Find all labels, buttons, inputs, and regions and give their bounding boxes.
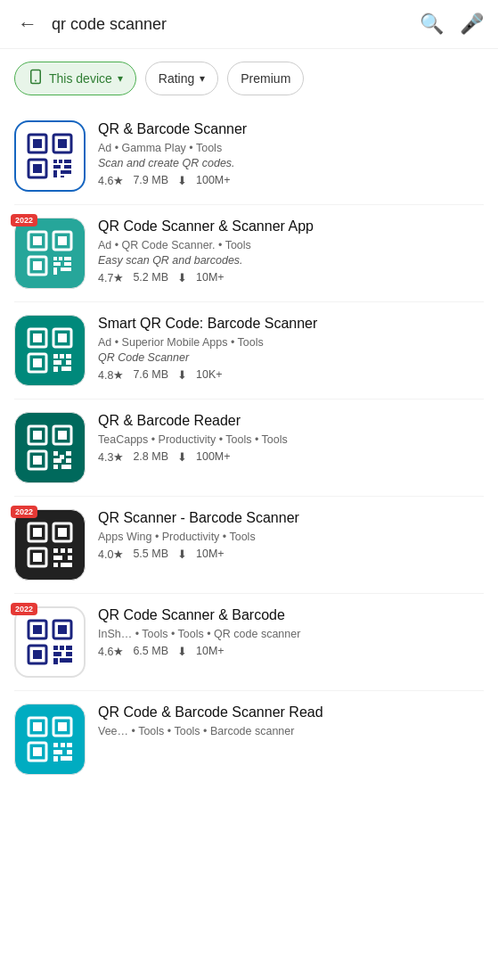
- app-icon: [14, 704, 86, 775]
- app-desc: Scan and create QR codes.: [98, 157, 484, 169]
- size: 7.6 MB: [133, 368, 168, 381]
- svg-rect-12: [64, 165, 71, 169]
- svg-rect-5: [58, 139, 67, 148]
- svg-rect-8: [53, 160, 57, 163]
- size: 7.9 MB: [133, 174, 168, 186]
- svg-rect-84: [58, 722, 67, 731]
- svg-rect-71: [58, 625, 67, 634]
- svg-rect-30: [33, 334, 42, 342]
- filter-bar: This device ▾ Rating ▾ Premium: [0, 49, 498, 108]
- app-icon-wrap: [14, 120, 86, 192]
- search-icon[interactable]: 🔍: [420, 12, 444, 36]
- svg-rect-13: [53, 170, 57, 177]
- search-query[interactable]: qr code scanner: [52, 15, 409, 34]
- svg-rect-60: [33, 553, 42, 562]
- svg-rect-80: [60, 658, 72, 663]
- download-icon: ⬇: [177, 450, 187, 464]
- svg-rect-50: [66, 451, 71, 456]
- svg-rect-93: [61, 756, 72, 761]
- rating: 4.3★: [98, 450, 124, 464]
- badge-2022: 2022: [11, 603, 37, 615]
- filter-this-device[interactable]: This device ▾: [14, 62, 136, 95]
- mic-icon[interactable]: 🎤: [460, 12, 484, 36]
- rating: 4.7★: [98, 271, 124, 284]
- downloads: 10M+: [196, 645, 225, 657]
- app-meta: Ad • Superior Mobile Apps • Tools: [98, 336, 484, 349]
- list-item[interactable]: QR & Barcode Scanner Ad • Gamma Play • T…: [14, 108, 484, 205]
- size: 6.5 MB: [133, 645, 168, 657]
- downloads: 100M+: [196, 450, 231, 463]
- svg-rect-69: [33, 625, 42, 634]
- app-info: QR Code & Barcode Scanner Read Vee… • To…: [98, 704, 484, 737]
- svg-rect-56: [33, 528, 42, 537]
- svg-rect-45: [58, 431, 67, 440]
- svg-rect-61: [53, 548, 58, 553]
- rating: 4.8★: [98, 368, 124, 382]
- svg-rect-9: [59, 160, 62, 163]
- svg-rect-41: [61, 366, 71, 371]
- list-item[interactable]: Smart QR Code: Barcode Scanner Ad • Supe…: [14, 302, 484, 399]
- app-meta: Apps Wing • Productivity • Tools: [98, 531, 484, 543]
- svg-rect-10: [64, 160, 71, 163]
- svg-rect-32: [58, 334, 67, 342]
- downloads: 10M+: [196, 548, 225, 560]
- filter-rating[interactable]: Rating ▾: [145, 62, 218, 95]
- device-icon: [28, 69, 44, 88]
- back-button[interactable]: ←: [14, 9, 41, 39]
- svg-rect-15: [61, 176, 64, 177]
- svg-rect-76: [66, 646, 72, 650]
- svg-rect-75: [60, 646, 64, 650]
- svg-rect-39: [66, 360, 71, 365]
- filter-premium[interactable]: Premium: [227, 62, 304, 95]
- app-stats: 4.3★ 2.8 MB ⬇ 100M+: [98, 450, 484, 464]
- svg-rect-36: [60, 354, 64, 358]
- svg-rect-3: [33, 139, 42, 148]
- badge-2022: 2022: [11, 214, 37, 226]
- svg-rect-47: [33, 456, 42, 465]
- app-info: QR Scanner - Barcode Scanner Apps Wing •…: [98, 509, 484, 561]
- app-icon: [14, 509, 86, 581]
- svg-rect-51: [53, 458, 61, 463]
- app-desc: Easy scan QR and barcodes.: [98, 254, 484, 267]
- app-title: QR Code & Barcode Scanner Read: [98, 704, 484, 722]
- app-icon: [14, 315, 86, 386]
- size: 5.5 MB: [133, 548, 168, 560]
- svg-rect-58: [58, 528, 67, 537]
- list-item[interactable]: QR & Barcode Reader TeaCapps • Productiv…: [14, 399, 484, 497]
- app-info: QR & Barcode Scanner Ad • Gamma Play • T…: [98, 120, 484, 187]
- downloads: 10K+: [196, 368, 223, 381]
- filter-premium-label: Premium: [241, 71, 290, 86]
- svg-rect-67: [61, 563, 72, 567]
- app-icon-wrap: [14, 315, 86, 386]
- list-item[interactable]: QR Code & Barcode Scanner Read Vee… • To…: [14, 691, 484, 787]
- app-stats: 4.7★ 5.2 MB ⬇ 10M+: [98, 271, 484, 284]
- svg-rect-86: [33, 747, 42, 756]
- app-icon-wrap: [14, 412, 86, 483]
- app-stats: 4.8★ 7.6 MB ⬇ 10K+: [98, 368, 484, 382]
- app-info: QR & Barcode Reader TeaCapps • Productiv…: [98, 412, 484, 464]
- list-item[interactable]: 2022 QR C: [14, 594, 484, 691]
- app-title: QR Code Scanner & Barcode: [98, 606, 484, 625]
- download-icon: ⬇: [177, 174, 187, 187]
- svg-rect-88: [61, 743, 65, 747]
- app-icon: [14, 120, 86, 192]
- svg-rect-77: [53, 652, 61, 656]
- downloads: 10M+: [196, 271, 225, 284]
- app-meta: Ad • Gamma Play • Tools: [98, 142, 484, 154]
- filter-rating-label: Rating: [159, 71, 194, 86]
- svg-rect-62: [61, 548, 65, 553]
- app-icon: [14, 412, 86, 483]
- list-item[interactable]: 2022 QR C: [14, 205, 484, 302]
- rating: 4.6★: [98, 174, 124, 187]
- svg-rect-26: [64, 262, 71, 266]
- download-icon: ⬇: [177, 368, 187, 382]
- download-icon: ⬇: [177, 548, 187, 561]
- header-icons: 🔍 🎤: [420, 12, 484, 36]
- rating: 4.6★: [98, 645, 124, 658]
- svg-rect-43: [33, 431, 42, 440]
- svg-rect-21: [33, 261, 42, 270]
- app-icon: [14, 218, 86, 289]
- app-title: Smart QR Code: Barcode Scanner: [98, 315, 484, 334]
- list-item[interactable]: 2022 QR S: [14, 497, 484, 594]
- svg-rect-73: [33, 650, 42, 659]
